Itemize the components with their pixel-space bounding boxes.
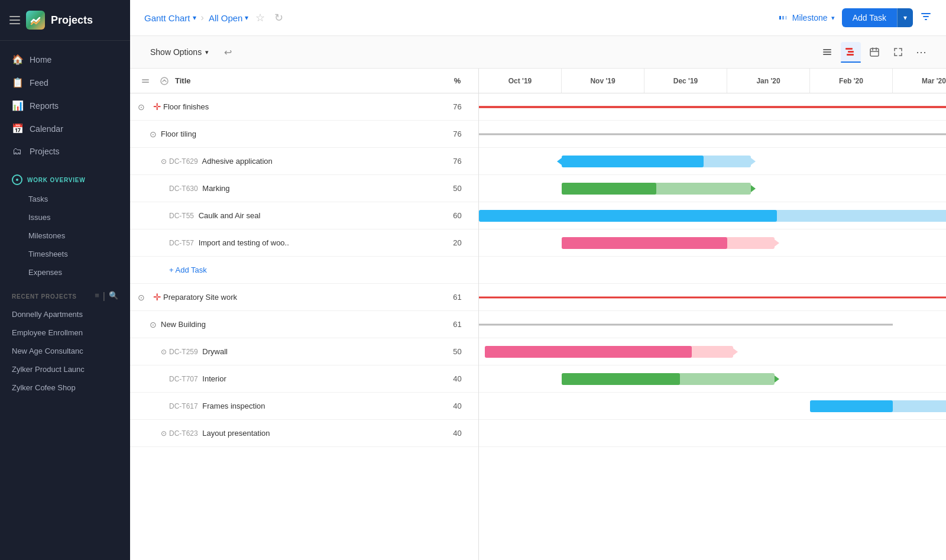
feed-icon: 📋 bbox=[12, 77, 22, 88]
nav-label-projects: Projects bbox=[30, 147, 60, 156]
task-percent: 40 bbox=[441, 374, 474, 383]
task-title: DC-T55 Caulk and Air seal bbox=[169, 211, 441, 220]
table-row: DC-T617 Frames inspection 40 bbox=[130, 393, 478, 420]
svg-rect-7 bbox=[845, 48, 853, 50]
svg-rect-15 bbox=[142, 82, 149, 83]
sidebar-item-calendar[interactable]: 📅 Calendar bbox=[0, 117, 130, 140]
task-percent: 76 bbox=[441, 130, 474, 138]
task-title: DC-T630 Marking bbox=[169, 184, 441, 193]
add-task-group: Add Task ▾ bbox=[842, 8, 913, 27]
milestone-button[interactable]: Milestone ▾ bbox=[778, 12, 835, 23]
calendar-icon: 📅 bbox=[12, 123, 22, 134]
row-expand-button[interactable]: ⊙ bbox=[158, 429, 169, 438]
toolbar-right: ⋯ bbox=[817, 42, 932, 62]
milestone-label: Milestone bbox=[792, 13, 828, 22]
filter-icon[interactable]: ≡ bbox=[95, 291, 99, 302]
sidebar-item-feed[interactable]: 📋 Feed bbox=[0, 71, 130, 94]
expand-icon bbox=[893, 47, 903, 57]
sidebar-item-home[interactable]: 🏠 Home bbox=[0, 48, 130, 71]
row-expand-button[interactable]: ⊙ bbox=[158, 348, 169, 356]
task-percent: 40 bbox=[441, 402, 474, 410]
chart-row-new-building bbox=[479, 311, 946, 338]
sidebar-header: Projects bbox=[0, 0, 130, 41]
task-title: DC-T57 Import and testing of woo.. bbox=[169, 238, 441, 247]
work-overview-label: WORK OVERVIEW bbox=[27, 177, 86, 183]
all-open-button[interactable]: All Open ▾ bbox=[209, 13, 249, 23]
nav-label-feed: Feed bbox=[30, 78, 48, 88]
project-zylker-cofee[interactable]: Zylker Cofee Shop bbox=[0, 378, 130, 397]
breadcrumb-separator: › bbox=[201, 12, 204, 23]
task-percent: 50 bbox=[441, 184, 474, 193]
sidebar-item-issues[interactable]: Issues bbox=[0, 208, 130, 226]
row-expand-button[interactable]: ⊙ bbox=[135, 293, 148, 302]
gantt-task-list: Title % ⊙ ✛ Floor finishes 76 ⊙ Floor ti… bbox=[130, 69, 479, 560]
project-employee[interactable]: Employee Enrollmen bbox=[0, 323, 130, 342]
gantt-chart-button[interactable]: Gantt Chart ▾ bbox=[144, 13, 196, 23]
add-task-inline-button[interactable]: + Add Task bbox=[169, 263, 207, 277]
gantt-view-icon bbox=[845, 47, 857, 57]
sidebar-item-tasks[interactable]: Tasks bbox=[0, 190, 130, 208]
sort-button[interactable] bbox=[156, 77, 173, 85]
svg-rect-8 bbox=[848, 51, 854, 53]
sidebar-item-milestones[interactable]: Milestones bbox=[0, 226, 130, 245]
expand-all-button[interactable] bbox=[135, 76, 156, 86]
search-icon[interactable]: 🔍 bbox=[109, 291, 118, 302]
toolbar-calendar-view-button[interactable] bbox=[864, 42, 885, 62]
topbar-right: Milestone ▾ Add Task ▾ bbox=[778, 8, 932, 27]
hamburger-icon[interactable] bbox=[9, 16, 20, 24]
toolbar-gantt-view-button[interactable] bbox=[841, 42, 861, 62]
svg-point-16 bbox=[161, 77, 168, 85]
work-overview-header[interactable]: WORK OVERVIEW bbox=[0, 170, 130, 190]
row-expand-button[interactable]: ⊙ bbox=[135, 102, 148, 112]
show-options-button[interactable]: Show Options ▾ bbox=[144, 44, 215, 60]
filter-button[interactable] bbox=[920, 11, 932, 25]
undo-button[interactable]: ↩ bbox=[219, 44, 237, 60]
work-overview-circle-icon bbox=[12, 174, 22, 185]
reports-icon: 📊 bbox=[12, 100, 22, 111]
task-title: DC-T259 Drywall bbox=[169, 347, 441, 356]
topbar-left: Gantt Chart ▾ › All Open ▾ ☆ ↻ bbox=[144, 11, 773, 24]
gantt-chart-area[interactable]: Oct '19 Nov '19 Dec '19 Jan '20 Feb '20 … bbox=[479, 69, 946, 560]
add-task-button[interactable]: Add Task bbox=[842, 8, 897, 27]
toolbar-more-button[interactable]: ⋯ bbox=[912, 42, 932, 62]
task-percent: 61 bbox=[441, 320, 474, 329]
chart-row-interior bbox=[479, 365, 946, 393]
chart-row-add-task bbox=[479, 257, 946, 284]
gantt-timeline: Oct '19 Nov '19 Dec '19 Jan '20 Feb '20 … bbox=[479, 69, 946, 447]
projects-icon: 🗂 bbox=[12, 146, 22, 157]
app-title: Projects bbox=[51, 14, 93, 27]
month-nov19: Nov '19 bbox=[562, 69, 644, 93]
star-button[interactable]: ☆ bbox=[253, 11, 267, 24]
main-content: Gantt Chart ▾ › All Open ▾ ☆ ↻ Milestone… bbox=[130, 0, 946, 560]
project-newage[interactable]: New Age Consultanc bbox=[0, 342, 130, 360]
sidebar-item-projects[interactable]: 🗂 Projects bbox=[0, 140, 130, 163]
chart-row-layout bbox=[479, 420, 946, 447]
task-percent: 40 bbox=[441, 429, 474, 438]
project-zylker-product[interactable]: Zylker Product Launc bbox=[0, 360, 130, 378]
row-expand-button[interactable]: ⊙ bbox=[148, 130, 158, 139]
task-title: Preparatory Site work bbox=[163, 293, 441, 302]
toolbar-list-view-button[interactable] bbox=[817, 42, 837, 62]
gantt-chart-chevron-icon: ▾ bbox=[193, 14, 196, 22]
task-percent: 60 bbox=[441, 211, 474, 220]
table-row: DC-T55 Caulk and Air seal 60 bbox=[130, 202, 478, 229]
project-donnelly[interactable]: Donnelly Apartments bbox=[0, 305, 130, 323]
toolbar: Show Options ▾ ↩ bbox=[130, 36, 946, 69]
table-row: DC-T707 Interior 40 bbox=[130, 365, 478, 393]
task-percent: 61 bbox=[441, 293, 474, 302]
show-options-label: Show Options bbox=[150, 47, 202, 57]
sidebar-item-reports[interactable]: 📊 Reports bbox=[0, 94, 130, 117]
row-expand-button[interactable]: ⊙ bbox=[148, 320, 158, 329]
table-row: ⊙ DC-T623 Layout presentation 40 bbox=[130, 420, 478, 447]
add-task-dropdown-button[interactable]: ▾ bbox=[897, 8, 913, 27]
refresh-button[interactable]: ↻ bbox=[272, 11, 286, 24]
sidebar-item-timesheets[interactable]: Timesheets bbox=[0, 245, 130, 263]
sidebar-item-expenses[interactable]: Expenses bbox=[0, 263, 130, 281]
all-open-chevron-icon: ▾ bbox=[245, 14, 248, 22]
toolbar-expand-button[interactable] bbox=[888, 42, 908, 62]
task-title: DC-T617 Frames inspection bbox=[169, 402, 441, 410]
table-row: ⊙ Floor tiling 76 bbox=[130, 121, 478, 148]
more-dots-icon: ⋯ bbox=[916, 46, 928, 59]
row-expand-button[interactable]: ⊙ bbox=[158, 157, 169, 166]
calendar-view-icon bbox=[869, 47, 880, 57]
